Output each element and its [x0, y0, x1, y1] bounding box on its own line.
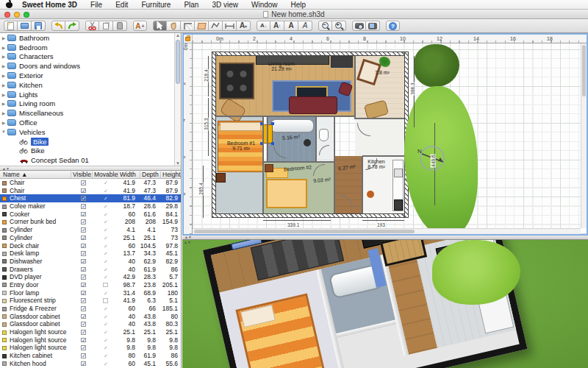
plan-kitchen-sink[interactable]: [394, 169, 403, 177]
visible-checkbox[interactable]: ✓: [81, 259, 86, 264]
visible-checkbox[interactable]: ✓: [81, 306, 86, 311]
table-row-glassdoor-cabinet[interactable]: Glassdoor cabinet✓✓4043.880: [0, 313, 181, 321]
visible-checkbox[interactable]: ✓: [81, 204, 86, 209]
wall-bed1-bed2[interactable]: [262, 117, 264, 213]
plan-dining-chairs[interactable]: [223, 67, 250, 95]
visible-checkbox[interactable]: ✓: [81, 298, 86, 303]
plan-toilet[interactable]: [319, 129, 329, 141]
visible-checkbox[interactable]: ✓: [81, 314, 86, 319]
movable-checkbox[interactable]: [103, 298, 108, 303]
catalog-scrollbar-thumb[interactable]: [176, 40, 180, 84]
wall-bottom[interactable]: [212, 213, 409, 218]
menu-item-plan[interactable]: Plan: [177, 0, 205, 10]
wall-terrace-west[interactable]: [354, 56, 356, 119]
wall-top[interactable]: [212, 52, 409, 56]
table-row-cylinder[interactable]: Cylinder✓✓4.14.173: [0, 226, 181, 234]
chevron-right-icon[interactable]: ▶: [0, 35, 7, 40]
zoom-out-button[interactable]: −: [318, 21, 332, 31]
add-furniture-button[interactable]: A+: [133, 21, 147, 31]
catalog-table-splitter[interactable]: ▲▼: [0, 166, 181, 171]
wall-bed2-north[interactable]: [263, 161, 334, 163]
plan-vertical-scrollbar[interactable]: [581, 43, 587, 228]
menu-item-file[interactable]: File: [84, 0, 109, 10]
cut-button[interactable]: [85, 21, 99, 31]
apple-icon[interactable]: [6, 1, 12, 8]
movable-checkbox[interactable]: ✓: [103, 314, 108, 319]
table-row-chair[interactable]: Chair✓✓41.947.387.9: [0, 187, 181, 195]
column-header-depth[interactable]: Depth: [142, 171, 159, 179]
wall-terrace-south[interactable]: [355, 118, 404, 119]
movable-checkbox[interactable]: ✓: [103, 306, 108, 311]
movable-checkbox[interactable]: ✓: [103, 267, 108, 272]
catalog-item-bedroom[interactable]: ▶Bedroom: [0, 43, 181, 52]
table-row-floor-lamp[interactable]: Floor lamp✓✓31.468.9180: [0, 289, 181, 297]
table-row-cylinder[interactable]: Cylinder✓✓25.125.173: [0, 234, 181, 242]
catalog-item-bathroom[interactable]: ▶Bathroom: [0, 33, 181, 43]
table-row-desk-lamp[interactable]: Desk lamp✓✓13.734.345.1: [0, 250, 181, 258]
italic-button[interactable]: A: [298, 21, 312, 31]
chevron-right-icon[interactable]: ▶: [0, 82, 7, 88]
chevron-right-icon[interactable]: ▶: [0, 54, 7, 59]
movable-checkbox[interactable]: ✓: [103, 227, 108, 233]
catalog-item-concept-sedan-01[interactable]: Concept Sedan 01: [19, 155, 181, 165]
menu-item-3d-view[interactable]: 3D view: [205, 0, 245, 10]
movable-checkbox[interactable]: ✓: [103, 361, 108, 367]
table-row-kitchen-hood[interactable]: Kitchen hood✓✓6045.155.6: [0, 360, 181, 368]
movable-checkbox[interactable]: ✓: [103, 180, 108, 185]
table-row-deck-chair[interactable]: Deck chair✓✓60104.597.8: [0, 242, 181, 250]
table-row-fluorescent-strip[interactable]: Fluorescent strip✓41.96.35.1: [0, 297, 181, 305]
table-row-dvd-player[interactable]: DVD player✓✓42.928.35.7: [0, 273, 181, 281]
menu-item-sweet-home-3d[interactable]: Sweet Home 3D: [15, 0, 84, 10]
visible-checkbox[interactable]: ✓: [81, 353, 86, 358]
column-header-visible[interactable]: Visible: [73, 171, 91, 179]
decrease-text-size-button[interactable]: A↓: [257, 21, 270, 31]
catalog-item-doors-and-windows[interactable]: ▶Doors and windows: [0, 61, 181, 71]
redo-button[interactable]: [65, 21, 79, 31]
help-button[interactable]: ?: [386, 21, 400, 31]
chevron-down-icon[interactable]: ▼: [0, 130, 7, 134]
plan-sofa[interactable]: [289, 96, 337, 114]
plan-desk[interactable]: [331, 54, 353, 68]
create-dimensions-button[interactable]: [223, 21, 237, 31]
visible-checkbox[interactable]: ✓: [81, 188, 86, 194]
table-row-halogen-light-source[interactable]: Halogen light source✓✓9.89.89.8: [0, 336, 181, 344]
table-row-chest[interactable]: Chest✓✓81.946.482.9: [0, 194, 181, 202]
create-walls-button[interactable]: [181, 21, 195, 31]
undo-button[interactable]: [51, 21, 65, 31]
movable-checkbox[interactable]: [103, 283, 108, 288]
3d-splitter-handle[interactable]: ▲▼: [184, 240, 191, 244]
pan-button[interactable]: [167, 21, 181, 31]
column-header-movable[interactable]: Movable: [94, 171, 118, 179]
visible-checkbox[interactable]: ✓: [81, 283, 86, 288]
plan-bedside-table[interactable]: [216, 173, 226, 183]
movable-checkbox[interactable]: ✓: [103, 204, 108, 209]
visible-checkbox[interactable]: ✓: [81, 345, 86, 350]
catalog-item-kitchen[interactable]: ▶Kitchen: [0, 80, 181, 90]
table-row-halogen-light-source[interactable]: Halogen light source✓✓25.125.125.1: [0, 328, 181, 336]
catalog-item-office[interactable]: ▶Office: [0, 118, 181, 127]
plan-wardrobe[interactable]: [266, 179, 307, 208]
plan-dresser[interactable]: [265, 164, 273, 172]
visible-checkbox[interactable]: ✓: [81, 180, 86, 185]
movable-checkbox[interactable]: ✓: [103, 212, 108, 217]
plan-horizontal-scrollbar[interactable]: [193, 228, 581, 234]
plan-terrace-plant[interactable]: [379, 57, 390, 67]
menu-item-window[interactable]: Window: [245, 0, 284, 10]
movable-checkbox[interactable]: ✓: [103, 236, 108, 241]
plan-bath-sink[interactable]: [304, 139, 311, 146]
movable-checkbox[interactable]: ✓: [103, 353, 108, 358]
table-row-corner-bunk-bed[interactable]: Corner bunk bed✓✓208208154.9: [0, 218, 181, 226]
table-row-entry-door[interactable]: Entry door✓98.723.8205.1: [0, 281, 181, 289]
zoom-in-button[interactable]: +: [332, 21, 346, 31]
chevron-right-icon[interactable]: ▶: [0, 63, 7, 68]
movable-checkbox[interactable]: ✓: [103, 330, 108, 335]
catalog-item-characters[interactable]: ▶Characters: [0, 52, 181, 62]
table-row-halogen-light-source[interactable]: Halogen light source✓✓9.89.89.8: [0, 344, 181, 352]
paste-button[interactable]: [113, 21, 127, 31]
plan-kitchen-stool[interactable]: [367, 191, 374, 198]
3d-view[interactable]: ▲▼: [182, 239, 588, 368]
column-header-height[interactable]: Height: [162, 171, 181, 179]
wall-hall-kitchen[interactable]: [362, 156, 363, 213]
chevron-right-icon[interactable]: ▶: [0, 92, 7, 97]
table-row-kitchen-cabinet[interactable]: Kitchen cabinet✓✓8061.986: [0, 352, 181, 360]
